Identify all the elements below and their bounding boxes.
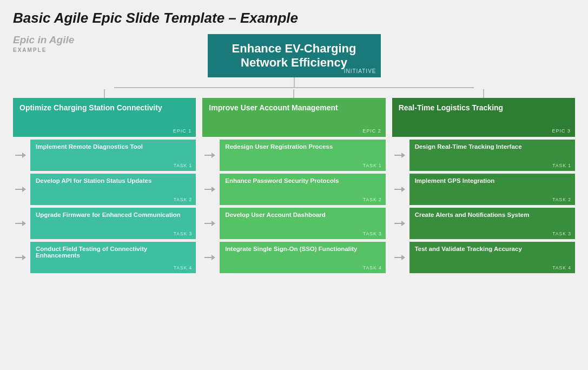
initiative-box: Enhance EV-Charging Network Efficiency I… <box>208 34 381 77</box>
epic-label-1: EPIC 1 <box>173 128 192 134</box>
task-text-3-3: Create Alerts and Notifications System <box>415 212 570 218</box>
task-text-3-1: Design Real-Time Tracking Interface <box>415 143 570 150</box>
task-box-2-3: Develop User Account DashboardTASK 3 <box>220 208 385 239</box>
task-row-1-3: Upgrade Firmware for Enhanced Communicat… <box>13 208 196 239</box>
task-box-3-2: Implement GPS IntegrationTASK 2 <box>409 174 575 205</box>
task-row-2-3: Develop User Account DashboardTASK 3 <box>202 208 385 239</box>
task-label-3-3: TASK 3 <box>552 231 571 236</box>
task-label-1-2: TASK 2 <box>174 197 193 202</box>
tasks-list-3: Design Real-Time Tracking InterfaceTASK … <box>392 140 575 273</box>
task-text-2-2: Enhance Password Security Protocols <box>225 177 380 184</box>
epic-col-2: Improve User Account ManagementEPIC 2Red… <box>202 89 385 273</box>
tasks-list-2: Redesign User Registration ProcessTASK 1… <box>202 140 385 273</box>
task-label-2-4: TASK 4 <box>363 265 382 270</box>
task-text-2-3: Develop User Account Dashboard <box>225 212 380 218</box>
task-box-1-4: Conduct Field Testing of Connectivity En… <box>30 242 196 273</box>
task-label-3-4: TASK 4 <box>552 265 571 270</box>
task-box-3-4: Test and Validate Tracking AccuracyTASK … <box>409 242 575 273</box>
task-box-3-3: Create Alerts and Notifications SystemTA… <box>409 208 575 239</box>
task-label-1-3: TASK 3 <box>174 231 193 236</box>
task-text-2-4: Integrate Single Sign-On (SSO) Functiona… <box>225 246 380 252</box>
task-text-1-1: Implement Remote Diagnostics Tool <box>36 143 190 150</box>
epic-label-3: EPIC 3 <box>552 128 571 134</box>
task-box-1-2: Develop API for Station Status UpdatesTA… <box>30 174 196 205</box>
epic-in-agile-text: Epic in Agile <box>13 34 74 46</box>
task-text-2-1: Redesign User Registration Process <box>225 143 380 150</box>
epic-col-3: Real-Time Logistics TrackingEPIC 3Design… <box>392 89 575 273</box>
slide: Basic Agile Epic Slide Template – Exampl… <box>0 0 588 370</box>
task-row-3-4: Test and Validate Tracking AccuracyTASK … <box>392 242 575 273</box>
task-label-2-2: TASK 2 <box>363 197 382 202</box>
epic-title-2: Improve User Account Management <box>209 103 379 112</box>
task-label-1-4: TASK 4 <box>174 265 193 270</box>
tasks-list-1: Implement Remote Diagnostics ToolTASK 1D… <box>13 140 196 273</box>
task-box-1-3: Upgrade Firmware for Enhanced Communicat… <box>30 208 196 239</box>
h-connector-line <box>114 87 474 88</box>
task-row-2-1: Redesign User Registration ProcessTASK 1 <box>202 140 385 171</box>
slide-title: Basic Agile Epic Slide Template – Exampl… <box>13 10 575 27</box>
task-box-3-1: Design Real-Time Tracking InterfaceTASK … <box>409 140 575 171</box>
task-row-1-1: Implement Remote Diagnostics ToolTASK 1 <box>13 140 196 171</box>
task-label-2-1: TASK 1 <box>363 163 382 168</box>
epic-in-agile-label: Epic in Agile EXAMPLE <box>13 34 74 53</box>
task-box-2-4: Integrate Single Sign-On (SSO) Functiona… <box>220 242 385 273</box>
task-box-2-1: Redesign User Registration ProcessTASK 1 <box>220 140 385 171</box>
epic-box-2: Improve User Account ManagementEPIC 2 <box>202 98 385 137</box>
epic-in-agile-sub: EXAMPLE <box>13 47 74 53</box>
v-line-initiative <box>294 77 295 87</box>
task-box-1-1: Implement Remote Diagnostics ToolTASK 1 <box>30 140 196 171</box>
v-line-epic-3 <box>483 89 484 98</box>
epic-col-1: Optimize Charging Station ConnectivityEP… <box>13 89 196 273</box>
initiative-label: INITIATIVE <box>344 68 376 74</box>
epics-grid: Optimize Charging Station ConnectivityEP… <box>13 89 575 273</box>
task-row-2-4: Integrate Single Sign-On (SSO) Functiona… <box>202 242 385 273</box>
task-box-2-2: Enhance Password Security ProtocolsTASK … <box>220 174 385 205</box>
task-row-1-2: Develop API for Station Status UpdatesTA… <box>13 174 196 205</box>
task-label-3-2: TASK 2 <box>552 197 571 202</box>
task-row-3-2: Implement GPS IntegrationTASK 2 <box>392 174 575 205</box>
task-row-3-1: Design Real-Time Tracking InterfaceTASK … <box>392 140 575 171</box>
epic-box-3: Real-Time Logistics TrackingEPIC 3 <box>392 98 575 137</box>
task-row-3-3: Create Alerts and Notifications SystemTA… <box>392 208 575 239</box>
task-label-1-1: TASK 1 <box>174 163 193 168</box>
task-row-1-4: Conduct Field Testing of Connectivity En… <box>13 242 196 273</box>
task-text-1-4: Conduct Field Testing of Connectivity En… <box>36 246 190 259</box>
v-line-epic-1 <box>104 89 105 98</box>
epic-title-1: Optimize Charging Station Connectivity <box>19 103 189 112</box>
task-text-3-4: Test and Validate Tracking Accuracy <box>415 246 570 252</box>
task-label-3-1: TASK 1 <box>552 163 571 168</box>
task-row-2-2: Enhance Password Security ProtocolsTASK … <box>202 174 385 205</box>
task-text-3-2: Implement GPS Integration <box>415 177 570 184</box>
initiative-text: Enhance EV-Charging Network Efficiency <box>232 42 356 69</box>
epic-box-1: Optimize Charging Station ConnectivityEP… <box>13 98 196 137</box>
epic-label-2: EPIC 2 <box>362 128 381 134</box>
task-text-1-2: Develop API for Station Status Updates <box>36 177 190 184</box>
v-line-epic-2 <box>293 89 294 98</box>
task-text-1-3: Upgrade Firmware for Enhanced Communicat… <box>36 212 190 218</box>
epic-title-3: Real-Time Logistics Tracking <box>399 103 569 112</box>
task-label-2-3: TASK 3 <box>363 231 382 236</box>
